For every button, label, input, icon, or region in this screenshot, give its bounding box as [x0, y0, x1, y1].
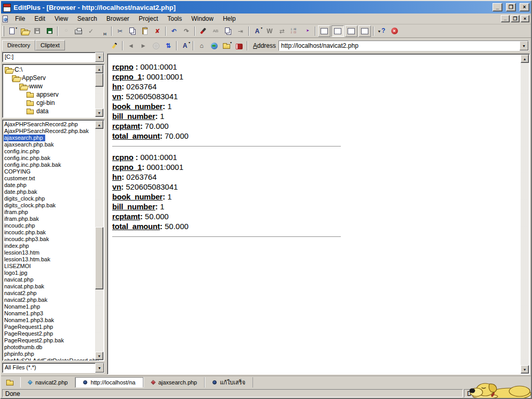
file-item[interactable]: ajaxsearch.php: [4, 135, 45, 141]
view-browser-button[interactable]: [331, 25, 344, 37]
file-item[interactable]: config.inc.php.bak.bak: [4, 162, 95, 168]
save-all-button[interactable]: [43, 25, 56, 37]
file-list-scrollbar[interactable]: ▲ ▼: [95, 121, 103, 360]
drive-dropdown-button[interactable]: ▼: [95, 52, 104, 62]
file-scroll-thumb[interactable]: [95, 227, 103, 289]
doc-tab-0[interactable]: navicat2.php: [20, 377, 75, 388]
tree-scroll-thumb[interactable]: [95, 73, 103, 87]
file-item[interactable]: navicat2.php.bak: [4, 297, 95, 303]
file-item[interactable]: Noname1.php: [4, 303, 95, 310]
file-item[interactable]: incoudc.php: [4, 222, 95, 229]
file-item[interactable]: config.inc.php.bak: [4, 155, 95, 162]
restore-button[interactable]: ❐: [506, 3, 516, 11]
file-item[interactable]: navicat.php: [4, 276, 95, 283]
file-item[interactable]: customer.txt: [4, 175, 95, 182]
file-item[interactable]: navicat2.php: [4, 290, 95, 297]
mdi-close-button[interactable]: ×: [521, 15, 529, 22]
tree-item[interactable]: cgi-bin: [4, 99, 95, 107]
content-scroll-down-button[interactable]: ▼: [521, 365, 529, 374]
minimize-button[interactable]: _: [493, 3, 502, 11]
file-item[interactable]: date.php.bak: [4, 189, 95, 195]
menu-browser[interactable]: Browser: [102, 14, 134, 23]
drive-combobox[interactable]: [C:] ▼: [2, 52, 104, 62]
file-item[interactable]: config.inc.php: [4, 148, 95, 155]
file-item[interactable]: phpinfo.php: [4, 351, 95, 357]
file-item[interactable]: AjaxPHPSearchRecord2.php.bak: [4, 128, 95, 135]
open-with-button[interactable]: [301, 25, 313, 37]
font-button[interactable]: A▾: [251, 25, 263, 37]
content-scroll-up-button[interactable]: ▲: [521, 55, 529, 63]
file-item[interactable]: ajaxsearch.php.bak: [4, 141, 95, 148]
copy-button[interactable]: [126, 25, 139, 37]
file-item[interactable]: Noname1.php3.bak: [4, 317, 95, 324]
line-number-button[interactable]: [288, 25, 301, 37]
menu-search[interactable]: Search: [73, 14, 102, 23]
print-button[interactable]: [72, 25, 85, 37]
refresh-button[interactable]: ⇅: [162, 40, 175, 51]
tree-scroll-down-button[interactable]: ▼: [95, 109, 103, 117]
tree-item[interactable]: data: [4, 107, 95, 115]
address-dropdown-button[interactable]: ▼: [520, 41, 528, 50]
file-item[interactable]: incoudc.php3.bak: [4, 236, 95, 243]
document-folder-button[interactable]: [3, 377, 17, 388]
tree-item[interactable]: www: [4, 82, 95, 90]
tab-cliptext[interactable]: Cliptext: [35, 40, 65, 50]
address-input[interactable]: [279, 41, 520, 50]
context-help-button[interactable]: [376, 25, 388, 37]
file-item[interactable]: Noname1.php3: [4, 310, 95, 317]
paste-button[interactable]: [139, 25, 151, 37]
doc-tab-3[interactable]: แก้ใบเสร็จ: [205, 377, 253, 388]
view-tools-button[interactable]: [345, 25, 357, 37]
file-item[interactable]: phpMySQLAddEditDeleteRecord.php: [4, 357, 95, 361]
file-item[interactable]: PageRequest2.php.bak: [4, 337, 95, 344]
mdi-restore-button[interactable]: ❐: [511, 15, 520, 22]
edit-source-button[interactable]: [108, 40, 121, 51]
toolbar-grip[interactable]: [3, 26, 4, 36]
file-filter-combobox[interactable]: All Files (*.*) ▼: [2, 363, 104, 373]
file-item[interactable]: digits_clock.php: [4, 195, 95, 202]
file-item[interactable]: incoudc.php.bak: [4, 229, 95, 236]
tree-item[interactable]: C:\: [4, 65, 95, 74]
text-size-button[interactable]: A▾: [179, 40, 191, 51]
doc-tab-1[interactable]: http://localhost/na: [75, 377, 143, 388]
tree-item[interactable]: AppServ: [4, 74, 95, 82]
content-scrollbar[interactable]: ▲ ▼: [521, 55, 529, 374]
menu-project[interactable]: Project: [134, 14, 163, 23]
new-file-button[interactable]: ▾: [6, 25, 18, 37]
delete-button[interactable]: ✘: [151, 25, 164, 37]
home-button[interactable]: ⌂: [195, 40, 208, 51]
file-scroll-up-button[interactable]: ▲: [95, 121, 103, 129]
doc-tab-2[interactable]: ajaxsearch.php: [143, 377, 205, 388]
favorites-folder-button[interactable]: ▾: [220, 40, 233, 51]
tab-directory[interactable]: Directory: [2, 40, 35, 51]
menu-window[interactable]: Window: [187, 14, 218, 23]
file-item[interactable]: lession13.htm: [4, 249, 95, 256]
html-document-button[interactable]: [97, 25, 110, 37]
file-item[interactable]: LISEZMOI: [4, 263, 95, 270]
mdi-minimize-button[interactable]: _: [501, 15, 510, 22]
file-item[interactable]: index.php: [4, 243, 95, 249]
file-item[interactable]: photothumb.db: [4, 344, 95, 351]
search-globe-button[interactable]: [208, 40, 220, 51]
file-item[interactable]: digits_clock.php.bak: [4, 202, 95, 209]
file-item[interactable]: PageRequest2.php: [4, 330, 95, 337]
undo-button[interactable]: ↶: [168, 25, 180, 37]
file-item[interactable]: COPYING: [4, 168, 95, 175]
browser-close-button[interactable]: [388, 25, 401, 37]
tree-scrollbar[interactable]: ▲ ▼: [95, 65, 103, 117]
file-item[interactable]: AjaxPHPSearchRecord2.php: [4, 121, 95, 128]
menu-edit[interactable]: Edit: [30, 14, 50, 23]
file-filter-dropdown-button[interactable]: ▼: [95, 363, 104, 373]
menu-file[interactable]: File: [10, 14, 30, 23]
file-item[interactable]: ifram.php: [4, 209, 95, 216]
open-file-button[interactable]: [18, 25, 31, 37]
close-button[interactable]: ×: [520, 3, 529, 11]
file-item[interactable]: navicat.php.bak: [4, 283, 95, 290]
file-item[interactable]: ifram.php.bak: [4, 216, 95, 222]
file-item[interactable]: PageRequest1.php: [4, 324, 95, 330]
menu-view[interactable]: View: [50, 14, 73, 23]
file-item[interactable]: date.php: [4, 182, 95, 189]
view-normal-button[interactable]: [318, 25, 330, 37]
menu-tools[interactable]: Tools: [163, 14, 187, 23]
tree-item[interactable]: appserv: [4, 90, 95, 99]
